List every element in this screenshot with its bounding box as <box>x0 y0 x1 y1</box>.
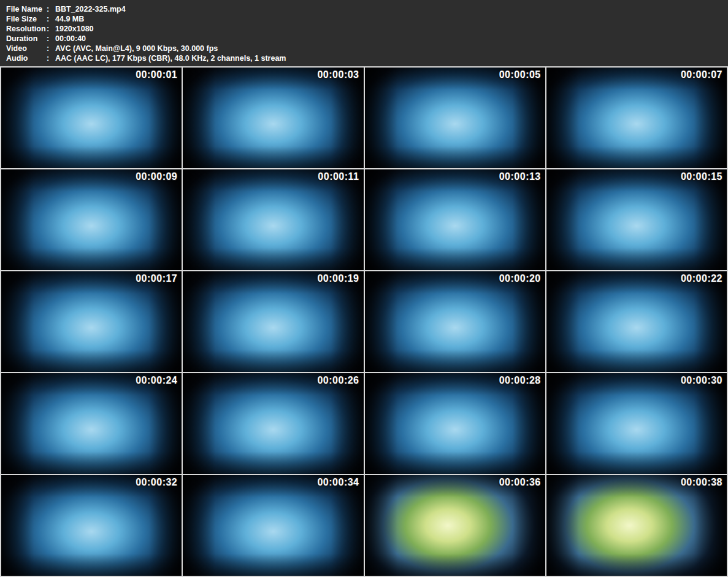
timestamp-overlay: 00:00:20 <box>499 273 541 284</box>
video-thumbnail: 00:00:22 <box>546 271 727 372</box>
thumbnail-placeholder-art <box>365 373 545 474</box>
video-thumbnail: 00:00:11 <box>183 169 363 270</box>
thumbnail-grid: 00:00:01 00:00:03 00:00:05 00:00:07 00:0… <box>0 66 728 577</box>
filesize-value: 44.9 MB <box>55 14 84 24</box>
thumbnail-placeholder-art <box>546 169 727 270</box>
thumbnail-placeholder-art <box>183 475 363 576</box>
thumbnail-placeholder-art <box>183 68 363 168</box>
field-separator: : <box>47 44 55 53</box>
media-info-row-video: Video:AVC (AVC, Main@L4), 9 000 Kbps, 30… <box>6 44 722 53</box>
field-label: File Name <box>6 4 47 14</box>
timestamp-overlay: 00:00:19 <box>317 273 359 284</box>
media-info-header: File Name:BBT_2022-325.mp4 File Size:44.… <box>0 0 728 66</box>
thumbnail-placeholder-art <box>365 475 545 576</box>
thumbnail-placeholder-art <box>1 373 182 474</box>
thumbnail-placeholder-art <box>183 271 363 372</box>
video-thumbnail: 00:00:38 <box>546 475 727 576</box>
media-info-row-filesize: File Size:44.9 MB <box>6 14 722 24</box>
field-separator: : <box>47 34 55 44</box>
media-info-row-audio: Audio:AAC (AAC LC), 177 Kbps (CBR), 48.0… <box>6 53 722 63</box>
timestamp-overlay: 00:00:09 <box>136 171 177 182</box>
audio-codec-value: AAC (AAC LC), 177 Kbps (CBR), 48.0 KHz, … <box>55 53 286 63</box>
field-label: Duration <box>6 34 47 44</box>
field-separator: : <box>47 4 55 14</box>
video-thumbnail: 00:00:20 <box>365 271 545 372</box>
resolution-value: 1920x1080 <box>55 24 94 34</box>
timestamp-overlay: 00:00:15 <box>681 171 722 182</box>
video-thumbnail: 00:00:13 <box>365 169 545 270</box>
video-thumbnail: 00:00:28 <box>365 373 545 474</box>
timestamp-overlay: 00:00:03 <box>317 69 359 80</box>
timestamp-overlay: 00:00:05 <box>499 69 541 80</box>
timestamp-overlay: 00:00:36 <box>499 477 541 488</box>
video-thumbnail: 00:00:09 <box>1 169 182 270</box>
media-info-row-resolution: Resolution:1920x1080 <box>6 24 722 34</box>
thumbnail-placeholder-art <box>1 68 182 168</box>
media-info-row-filename: File Name:BBT_2022-325.mp4 <box>6 4 722 14</box>
thumbnail-placeholder-art <box>183 373 363 474</box>
thumbnail-placeholder-art <box>365 271 545 372</box>
thumbnail-placeholder-art <box>1 169 182 270</box>
timestamp-overlay: 00:00:24 <box>136 375 177 386</box>
thumbnail-placeholder-art <box>546 68 727 168</box>
thumbnail-placeholder-art <box>546 271 727 372</box>
timestamp-overlay: 00:00:34 <box>317 477 359 488</box>
video-thumbnail: 00:00:36 <box>365 475 545 576</box>
video-thumbnail: 00:00:34 <box>183 475 363 576</box>
video-thumbnail: 00:00:07 <box>546 68 727 168</box>
field-label: Audio <box>6 53 47 63</box>
thumbnail-placeholder-art <box>365 169 545 270</box>
thumbnail-placeholder-art <box>546 475 727 576</box>
video-thumbnail: 00:00:03 <box>183 68 363 168</box>
timestamp-overlay: 00:00:01 <box>136 69 177 80</box>
timestamp-overlay: 00:00:13 <box>499 171 541 182</box>
field-label: File Size <box>6 14 47 24</box>
timestamp-overlay: 00:00:26 <box>317 375 359 386</box>
timestamp-overlay: 00:00:22 <box>681 273 722 284</box>
timestamp-overlay: 00:00:32 <box>136 477 177 488</box>
timestamp-overlay: 00:00:07 <box>681 69 722 80</box>
thumbnail-placeholder-art <box>546 373 727 474</box>
video-thumbnail: 00:00:24 <box>1 373 182 474</box>
thumbnail-placeholder-art <box>183 169 363 270</box>
video-thumbnail: 00:00:17 <box>1 271 182 372</box>
field-label: Resolution <box>6 24 47 34</box>
field-label: Video <box>6 44 47 53</box>
timestamp-overlay: 00:00:11 <box>318 171 359 182</box>
media-info-row-duration: Duration:00:00:40 <box>6 34 722 44</box>
filename-value: BBT_2022-325.mp4 <box>55 4 126 14</box>
thumbnail-placeholder-art <box>365 68 545 168</box>
video-thumbnail: 00:00:32 <box>1 475 182 576</box>
timestamp-overlay: 00:00:38 <box>681 477 722 488</box>
video-codec-value: AVC (AVC, Main@L4), 9 000 Kbps, 30.000 f… <box>55 44 218 53</box>
duration-value: 00:00:40 <box>55 34 86 44</box>
video-thumbnail: 00:00:01 <box>1 68 182 168</box>
thumbnail-placeholder-art <box>1 475 182 576</box>
video-thumbnail: 00:00:30 <box>546 373 727 474</box>
video-thumbnail: 00:00:19 <box>183 271 363 372</box>
thumbnail-placeholder-art <box>1 271 182 372</box>
video-thumbnail: 00:00:15 <box>546 169 727 270</box>
timestamp-overlay: 00:00:30 <box>681 375 722 386</box>
field-separator: : <box>47 14 55 24</box>
video-thumbnail: 00:00:26 <box>183 373 363 474</box>
field-separator: : <box>47 53 55 63</box>
field-separator: : <box>47 24 55 34</box>
timestamp-overlay: 00:00:28 <box>499 375 541 386</box>
timestamp-overlay: 00:00:17 <box>136 273 177 284</box>
video-thumbnail: 00:00:05 <box>365 68 545 168</box>
